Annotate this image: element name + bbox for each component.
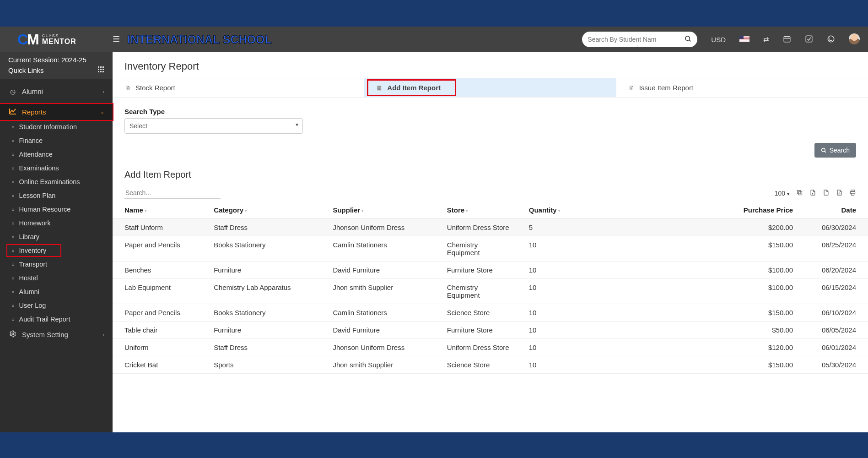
sub-user-log[interactable]: »User Log — [0, 299, 113, 312]
table-search-input[interactable] — [124, 187, 221, 199]
document-icon: 🗎 — [124, 84, 131, 92]
col-supplier[interactable]: Supplier▾ — [321, 202, 435, 219]
sub-audit-trail[interactable]: »Audit Trail Report — [0, 312, 113, 326]
calendar-icon[interactable] — [783, 35, 791, 44]
swap-icon[interactable]: ⇄ — [763, 35, 769, 44]
menu-toggle-icon[interactable]: ☰ — [113, 34, 120, 44]
tab-stock-report[interactable]: 🗎 Stock Report — [113, 78, 364, 97]
sub-homework[interactable]: »Homework — [0, 216, 113, 230]
sub-attendance[interactable]: »Attendance — [0, 147, 113, 161]
cell-category: Furniture — [202, 322, 321, 339]
quick-links-label[interactable]: Quick Links — [8, 66, 44, 74]
sub-inventory[interactable]: »Inventory — [0, 244, 113, 257]
sort-icon: ▾ — [145, 208, 147, 213]
chevron-left-icon: ‹ — [102, 89, 104, 94]
col-quantity[interactable]: Quantity▾ — [517, 202, 725, 219]
sub-label: Inventory — [19, 247, 47, 254]
sub-label: Finance — [19, 137, 43, 144]
cell-quantity: 10 — [517, 262, 725, 279]
cell-date: 05/30/2024 — [805, 356, 868, 374]
school-name: INTERNATIONAL SCHOOL — [127, 33, 272, 46]
task-check-icon[interactable] — [805, 35, 813, 44]
excel-icon[interactable] — [809, 189, 816, 197]
sub-alumni[interactable]: »Alumni — [0, 285, 113, 299]
cell-price: $150.00 — [725, 356, 805, 374]
col-label: Quantity — [529, 206, 557, 214]
table-body: Staff UnformStaff DressJhonson Uniform D… — [113, 219, 868, 374]
current-session: Current Session: 2024-25 — [8, 56, 104, 64]
sort-icon: ▾ — [361, 208, 364, 213]
page-size-select[interactable]: 100 ▾ — [775, 190, 790, 197]
sidebar-item-system-setting[interactable]: System Setting ‹ — [0, 326, 113, 343]
sub-student-information[interactable]: »Student Information — [0, 120, 113, 134]
svg-rect-13 — [102, 69, 104, 70]
sub-transport[interactable]: »Transport — [0, 257, 113, 271]
student-search-input[interactable] — [588, 36, 685, 43]
page-title: Inventory Report — [113, 52, 868, 78]
csv-icon[interactable] — [823, 189, 830, 197]
tab-add-item-report[interactable]: 🗎 Add Item Report — [364, 78, 616, 97]
chevron-double-icon: » — [12, 138, 15, 143]
col-category[interactable]: Category▾ — [202, 202, 321, 219]
cell-category: Books Stationery — [202, 304, 321, 322]
cell-category: Staff Dress — [202, 339, 321, 356]
chevron-double-icon: » — [12, 207, 15, 212]
cell-store: Uniform Dress Store — [435, 219, 517, 236]
table-row: BenchesFurnitureDavid FurnitureFurniture… — [113, 262, 868, 279]
table-row: Cricket BatSportsJhon smith SupplierScie… — [113, 356, 868, 374]
svg-rect-6 — [806, 36, 812, 42]
search-icon[interactable] — [685, 35, 692, 44]
col-price[interactable]: Purchase Price — [725, 202, 805, 219]
avatar-icon — [849, 33, 860, 44]
sub-label: Human Resource — [19, 206, 71, 213]
cell-supplier: Camlin Stationers — [321, 236, 435, 262]
col-label: Purchase Price — [744, 206, 793, 214]
sub-human-resource[interactable]: »Human Resource — [0, 202, 113, 216]
pdf-icon[interactable] — [836, 189, 843, 197]
col-name[interactable]: Name▾ — [113, 202, 202, 219]
profile-avatar[interactable] — [849, 33, 860, 46]
cell-date: 06/25/2024 — [805, 236, 868, 262]
language-flag[interactable] — [739, 36, 749, 44]
tab-label: Stock Report — [135, 84, 175, 92]
sidebar-item-reports[interactable]: Reports ⌄ — [0, 104, 113, 120]
print-icon[interactable] — [849, 189, 856, 197]
cell-quantity: 10 — [517, 236, 725, 262]
sub-hostel[interactable]: »Hostel — [0, 271, 113, 285]
currency-label[interactable]: USD — [711, 36, 726, 44]
cell-category: Sports — [202, 356, 321, 374]
sub-online-examinations[interactable]: »Online Examinations — [0, 175, 113, 189]
sub-library[interactable]: »Library — [0, 230, 113, 244]
chevron-double-icon: » — [12, 152, 15, 157]
svg-line-19 — [825, 151, 826, 153]
col-store[interactable]: Store▾ — [435, 202, 517, 219]
copy-icon[interactable] — [796, 189, 803, 197]
search-button[interactable]: Search — [814, 143, 856, 158]
sidebar-item-alumni[interactable]: ◷ Alumni ‹ — [0, 83, 113, 99]
sub-label: Online Examinations — [19, 178, 80, 185]
svg-point-17 — [12, 333, 14, 335]
chevron-double-icon: » — [12, 125, 15, 130]
chevron-double-icon: » — [12, 303, 15, 308]
sub-lesson-plan[interactable]: »Lesson Plan — [0, 189, 113, 202]
search-type-select[interactable]: Select — [124, 118, 303, 134]
svg-rect-2 — [784, 36, 790, 42]
cell-supplier: David Furniture — [321, 262, 435, 279]
cell-store: Furniture Store — [435, 322, 517, 339]
sub-label: Alumni — [19, 288, 39, 295]
quick-links-grid-icon[interactable] — [98, 66, 104, 74]
col-date[interactable]: Date — [805, 202, 868, 219]
tab-issue-item-report[interactable]: 🗎 Issue Item Report — [616, 78, 868, 97]
sub-finance[interactable]: »Finance — [0, 134, 113, 147]
cell-price: $100.00 — [725, 262, 805, 279]
cell-quantity: 10 — [517, 339, 725, 356]
logo: CM CLASS MENTOR — [0, 31, 113, 48]
session-block: Current Session: 2024-25 Quick Links — [0, 52, 113, 79]
cell-quantity: 10 — [517, 304, 725, 322]
whatsapp-icon[interactable] — [827, 35, 835, 44]
cell-name: Paper and Pencils — [113, 304, 202, 322]
sub-examinations[interactable]: »Examinations — [0, 161, 113, 175]
cell-store: Chemistry Equipment — [435, 279, 517, 304]
chevron-double-icon: » — [12, 234, 15, 240]
student-search[interactable] — [582, 32, 697, 47]
